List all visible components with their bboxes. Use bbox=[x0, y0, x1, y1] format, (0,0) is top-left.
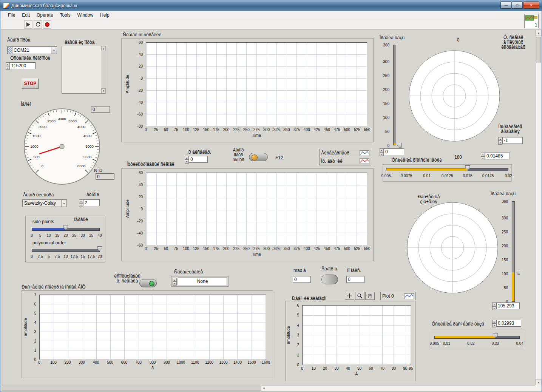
legend-row[interactable]: Àêñåëåðîìåòð bbox=[320, 149, 371, 157]
slider-track[interactable] bbox=[512, 201, 515, 302]
accelerometer-plot-icon[interactable] bbox=[360, 150, 369, 156]
decrement-icon[interactable]: ▼ bbox=[481, 156, 485, 160]
decrement-icon[interactable]: ▼ bbox=[380, 152, 384, 156]
decrement-icon[interactable]: ▼ bbox=[492, 324, 496, 327]
slider-track[interactable] bbox=[434, 336, 520, 339]
filter-combo[interactable]: Savetzky-Golay ▼ bbox=[22, 199, 67, 207]
increment-icon[interactable]: ▲ bbox=[380, 148, 384, 152]
increment-decrement[interactable]: ▲▼ bbox=[492, 320, 496, 327]
menu-window[interactable]: Window bbox=[74, 12, 97, 19]
stop-button[interactable]: STOP bbox=[22, 78, 39, 89]
slider-track[interactable] bbox=[393, 45, 396, 145]
increment-decrement[interactable]: ▲▼ bbox=[6, 62, 10, 69]
pan-tool-button[interactable] bbox=[365, 292, 375, 300]
increment-icon[interactable]: ▲ bbox=[492, 302, 496, 306]
increment-icon[interactable]: ▲ bbox=[498, 137, 502, 141]
increment-icon[interactable]: ▲ bbox=[173, 278, 177, 282]
vi-icon[interactable]: 1 bbox=[524, 14, 539, 28]
increment-decrement[interactable]: ▲▼ bbox=[185, 156, 189, 163]
run-continuous-button[interactable] bbox=[34, 20, 42, 29]
polar-graph-signal[interactable] bbox=[407, 49, 502, 143]
phase-value-field[interactable]: 0 bbox=[384, 148, 404, 155]
chevron-down-icon[interactable]: ▼ bbox=[61, 200, 66, 207]
increment-decrement[interactable]: ▲▼ bbox=[498, 137, 502, 144]
accel-field[interactable]: 0 bbox=[189, 156, 208, 163]
order-field[interactable]: 2 bbox=[83, 199, 100, 206]
cursor-tool-button[interactable] bbox=[345, 292, 354, 300]
close-button[interactable]: × bbox=[523, 2, 539, 9]
po-max-field[interactable]: 0 bbox=[346, 276, 364, 283]
menu-file[interactable]: File bbox=[5, 12, 19, 19]
listbox-scrollbar[interactable]: ▲ ▼ bbox=[101, 46, 106, 93]
rpm-gauge[interactable]: 0500100015002000250030003500400045005000… bbox=[23, 108, 101, 185]
polar-graph-calc[interactable] bbox=[405, 201, 500, 295]
increment-decrement[interactable]: ▲▼ bbox=[380, 148, 384, 155]
vybor-t-toggle[interactable] bbox=[321, 275, 338, 284]
max-a-field[interactable]: 0 bbox=[293, 276, 311, 283]
vertical-scrollbar[interactable]: ▲ ▼ bbox=[535, 30, 541, 385]
scrollbar-thumb[interactable] bbox=[536, 37, 541, 63]
decrement-icon[interactable]: ▼ bbox=[498, 141, 502, 145]
phase-value-control[interactable]: ▲▼ 0 bbox=[380, 148, 404, 155]
increment-icon[interactable]: ▲ bbox=[492, 320, 496, 324]
decrement-icon[interactable]: ▼ bbox=[79, 203, 83, 207]
run-button[interactable] bbox=[24, 20, 32, 29]
scroll-down-icon[interactable]: ▼ bbox=[536, 379, 542, 385]
abort-button[interactable] bbox=[43, 20, 51, 29]
new-data-toggle[interactable] bbox=[249, 153, 268, 161]
use-signal-toggle[interactable] bbox=[139, 279, 157, 287]
plot0-icon[interactable] bbox=[404, 293, 414, 299]
gain1-field[interactable]: 0.01485 bbox=[485, 153, 510, 159]
decrement-icon[interactable]: ▼ bbox=[185, 160, 189, 164]
poly-order-slider[interactable]: 02.557.51012.51517.520 bbox=[29, 245, 103, 261]
smoothing-value[interactable]: None bbox=[178, 278, 227, 285]
order-control[interactable]: ▲▼ 2 bbox=[79, 199, 100, 206]
increment-icon[interactable]: ▲ bbox=[6, 62, 10, 66]
scrollbar-thumb[interactable] bbox=[2, 386, 261, 391]
phase-slider[interactable]: 050100150200250300360 bbox=[378, 41, 398, 150]
gain1-slider[interactable]: 0.0050.00750.010.01250.0150.01750.02 bbox=[383, 164, 512, 182]
menu-operate[interactable]: Operate bbox=[33, 12, 56, 19]
increment-icon[interactable]: ▲ bbox=[481, 153, 485, 156]
menu-help[interactable]: Help bbox=[97, 12, 113, 19]
menu-tools[interactable]: Tools bbox=[56, 12, 74, 19]
gain2-control[interactable]: ▲▼ 0.02993 bbox=[492, 320, 521, 327]
plot-area[interactable] bbox=[39, 295, 266, 360]
slider-thumb[interactable] bbox=[516, 270, 520, 275]
baud-control[interactable]: ▲▼ 115200 bbox=[6, 62, 36, 69]
direction-field[interactable]: -1 bbox=[502, 137, 523, 144]
visa-port-selector[interactable]: COM21 ▼ bbox=[7, 46, 57, 54]
legend-row[interactable]: Îò. äàò÷èê bbox=[320, 157, 371, 165]
slider-thumb[interactable] bbox=[397, 143, 401, 148]
chevron-down-icon[interactable]: ▼ bbox=[51, 47, 57, 54]
plot-area[interactable] bbox=[146, 173, 367, 245]
slider-track[interactable] bbox=[386, 168, 508, 171]
increment-icon[interactable]: ▲ bbox=[185, 156, 189, 160]
smoothing-ring[interactable]: ▲▼ None bbox=[171, 276, 229, 287]
increment-icon[interactable]: ▲ bbox=[79, 199, 83, 203]
plot-legend-box[interactable]: Àêñåëåðîìåòð Îò. äàò÷èê bbox=[319, 149, 371, 165]
opt-sensor-plot-icon[interactable] bbox=[360, 158, 369, 164]
increment-decrement[interactable]: ▲▼ bbox=[492, 302, 496, 309]
direction-control[interactable]: ▲▼ -1 bbox=[498, 137, 523, 144]
increment-decrement[interactable]: ▲▼ bbox=[173, 278, 177, 285]
maximize-button[interactable]: □ bbox=[512, 2, 523, 9]
decrement-icon[interactable]: ▼ bbox=[173, 282, 177, 286]
slider-track[interactable] bbox=[32, 249, 100, 252]
gain2-slider[interactable]: 0.0050.010.020.030.04 bbox=[431, 332, 523, 349]
side-points-slider[interactable]: 0510152025303540 bbox=[29, 224, 103, 239]
baud-field[interactable]: 115200 bbox=[10, 62, 36, 69]
plot-area[interactable] bbox=[302, 305, 411, 365]
zoom-tool-button[interactable] bbox=[355, 292, 364, 300]
scroll-down-icon[interactable]: ▼ bbox=[101, 88, 106, 93]
menu-edit[interactable]: Edit bbox=[19, 12, 33, 19]
decrement-icon[interactable]: ▼ bbox=[492, 306, 496, 310]
horizontal-scrollbar[interactable] bbox=[1, 385, 535, 391]
title-bar[interactable]: Динамическая балансировка.vi bbox=[0, 0, 542, 11]
gain2-field[interactable]: 0.02993 bbox=[496, 320, 521, 327]
splitter-grip[interactable] bbox=[263, 387, 265, 390]
scroll-up-icon[interactable]: ▲ bbox=[536, 30, 542, 36]
decrement-icon[interactable]: ▼ bbox=[6, 66, 10, 70]
phase2-value-control[interactable]: ▲▼ 105.293 bbox=[492, 302, 520, 309]
plot-area[interactable] bbox=[146, 42, 367, 126]
